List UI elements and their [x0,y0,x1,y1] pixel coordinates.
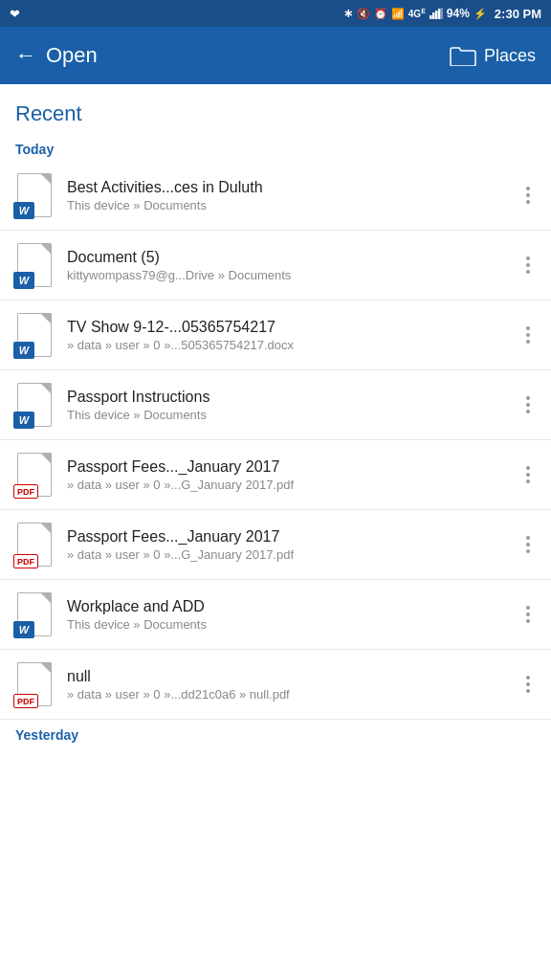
list-item[interactable]: W Passport Instructions This device » Do… [0,370,551,440]
4g-icon: 4GE [408,8,426,19]
file-name: Passport Fees..._January 2017 [67,458,503,476]
file-path: This device » Documents [67,198,503,212]
word-doc-icon: W [13,171,54,219]
more-dots-icon [526,326,530,344]
content-area: Recent Today W Best Activities...ces in … [0,84,551,746]
svg-rect-0 [430,15,432,19]
file-name: null [67,668,503,685]
file-info: Document (5) kittywompass79@g...Drive » … [67,249,503,282]
file-info: TV Show 9-12-...05365754217 » data » use… [67,319,503,352]
list-item[interactable]: PDF Passport Fees..._January 2017 » data… [0,440,551,510]
bluetooth-icon: ∗ [343,7,353,20]
more-dots-icon [526,396,530,413]
status-right-icons: ∗ 🔇 ⏰ 📶 4GE 94% ⚡ 2:30 PM [343,7,541,21]
file-icon-wrap: W [11,240,55,290]
more-button[interactable] [515,663,541,705]
recent-title: Recent [0,84,551,134]
time-display: 2:30 PM [495,7,541,21]
word-doc-icon: W [13,311,54,359]
list-item[interactable]: PDF null » data » user » 0 »...dd21c0a6 … [0,650,551,720]
list-item[interactable]: W Best Activities...ces in Duluth This d… [0,161,551,231]
file-list: W Best Activities...ces in Duluth This d… [0,161,551,720]
svg-rect-4 [441,8,443,19]
mute-icon: 🔇 [357,8,370,20]
alarm-icon: ⏰ [374,8,387,20]
file-info: Passport Fees..._January 2017 » data » u… [67,458,503,492]
file-icon-wrap: W [11,310,55,360]
file-icon-wrap: W [11,590,55,639]
file-icon-wrap: W [11,170,55,220]
file-info: null » data » user » 0 »...dd21c0a6 » nu… [67,668,503,702]
more-button[interactable] [515,454,541,496]
svg-rect-3 [438,9,441,19]
more-dots-icon [526,466,530,483]
status-bar: ❤ ∗ 🔇 ⏰ 📶 4GE 94% ⚡ 2:30 PM [0,0,551,27]
file-path: This device » Documents [67,617,503,632]
places-label: Places [484,46,536,66]
back-button[interactable]: ← Open [15,43,98,68]
more-button[interactable] [515,174,541,216]
more-dots-icon [526,536,530,553]
file-icon-wrap: PDF [11,659,55,709]
file-name: Passport Fees..._January 2017 [67,528,503,546]
more-dots-icon [526,676,530,693]
file-icon-wrap: W [11,380,55,430]
header: ← Open Places [0,27,551,84]
file-info: Passport Instructions This device » Docu… [67,389,503,422]
status-left-icons: ❤ [10,7,20,21]
file-path: » data » user » 0 »...G_January 2017.pdf [67,547,503,562]
back-arrow-icon: ← [15,43,36,68]
list-item[interactable]: W Workplace and ADD This device » Docume… [0,580,551,650]
list-item[interactable]: W TV Show 9-12-...05365754217 » data » u… [0,301,551,370]
places-button[interactable]: Places [450,45,536,66]
yesterday-label: Yesterday [0,720,551,746]
more-button[interactable] [515,244,541,286]
file-name: Best Activities...ces in Duluth [67,179,503,196]
file-name: TV Show 9-12-...05365754217 [67,319,503,336]
word-doc-icon: W [13,241,54,289]
pdf-doc-icon: PDF [13,660,54,708]
more-dots-icon [526,256,530,274]
file-path: kittywompass79@g...Drive » Documents [67,268,503,282]
wifi-icon: 📶 [391,8,405,20]
svg-rect-2 [435,11,438,19]
file-path: » data » user » 0 »...505365754217.docx [67,338,503,352]
more-button[interactable] [515,314,541,356]
file-info: Passport Fees..._January 2017 » data » u… [67,528,503,562]
pdf-doc-icon: PDF [13,521,54,568]
word-doc-icon: W [13,381,54,429]
file-info: Workplace and ADD This device » Document… [67,598,503,632]
word-doc-icon: W [13,590,54,638]
more-button[interactable] [515,384,541,426]
signal-bars-icon [430,8,443,19]
svg-rect-1 [432,12,435,19]
file-name: Workplace and ADD [67,598,503,615]
more-dots-icon [526,606,530,623]
file-path: This device » Documents [67,408,503,422]
file-path: » data » user » 0 »...G_January 2017.pdf [67,478,503,492]
file-path: » data » user » 0 »...dd21c0a6 » null.pd… [67,687,503,702]
list-item[interactable]: W Document (5) kittywompass79@g...Drive … [0,231,551,301]
file-name: Document (5) [67,249,503,266]
more-button[interactable] [515,523,541,566]
iheart-icon: ❤ [10,7,20,21]
file-icon-wrap: PDF [11,450,55,500]
more-dots-icon [526,187,530,204]
folder-icon [450,45,476,66]
list-item[interactable]: PDF Passport Fees..._January 2017 » data… [0,510,551,580]
page-title: Open [46,43,98,68]
today-label: Today [0,134,551,161]
file-info: Best Activities...ces in Duluth This dev… [67,179,503,212]
battery-status: 94% [447,7,470,20]
pdf-doc-icon: PDF [13,451,54,499]
more-button[interactable] [515,593,541,635]
file-name: Passport Instructions [67,389,503,406]
charging-icon: ⚡ [474,8,487,20]
file-icon-wrap: PDF [11,520,55,569]
